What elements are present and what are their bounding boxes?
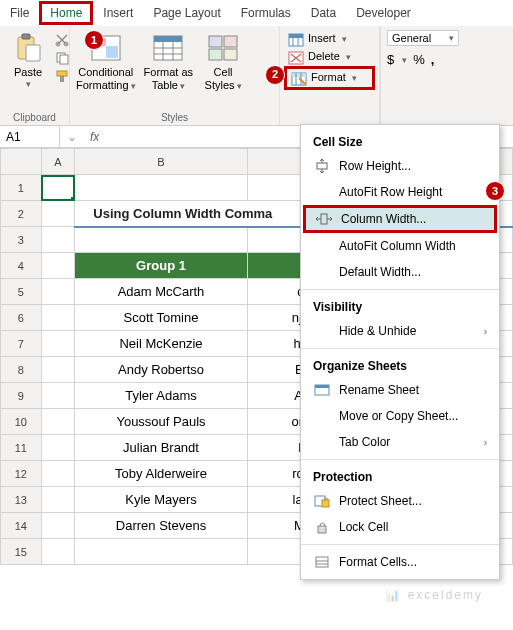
submenu-arrow-icon: ›	[484, 437, 487, 448]
tab-file[interactable]: File	[0, 2, 39, 24]
protect-sheet-icon	[313, 493, 331, 509]
row-header[interactable]: 15	[1, 539, 42, 565]
svg-rect-11	[106, 46, 118, 58]
table-cell[interactable]: Scott Tomine	[75, 305, 247, 331]
cell[interactable]	[41, 357, 75, 383]
header-group1[interactable]: Group 1	[75, 253, 247, 279]
row-height-icon	[313, 158, 331, 174]
cell[interactable]	[41, 253, 75, 279]
dd-label: Column Width...	[341, 212, 426, 226]
row-header[interactable]: 2	[1, 201, 42, 227]
dd-label: Rename Sheet	[339, 383, 419, 397]
cell[interactable]	[41, 227, 75, 253]
tab-insert[interactable]: Insert	[93, 2, 143, 24]
percent-button[interactable]: %	[413, 52, 425, 67]
table-cell[interactable]: Kyle Mayers	[75, 487, 247, 513]
tab-home[interactable]: Home	[39, 1, 93, 25]
table-cell[interactable]: Andy Robertso	[75, 357, 247, 383]
cell[interactable]	[41, 383, 75, 409]
cond-fmt-l2: Formatting	[76, 79, 129, 91]
row-header[interactable]: 10	[1, 409, 42, 435]
cell[interactable]	[41, 539, 75, 565]
cut-icon[interactable]	[54, 32, 70, 48]
dd-label: Tab Color	[339, 435, 390, 449]
dd-lock-cell[interactable]: Lock Cell	[301, 514, 499, 540]
table-cell[interactable]: Adam McCarth	[75, 279, 247, 305]
row-header[interactable]: 7	[1, 331, 42, 357]
col-header-a[interactable]: A	[41, 149, 75, 175]
number-format-select[interactable]: General ▾	[387, 30, 459, 46]
paste-icon	[12, 32, 44, 64]
dd-row-height[interactable]: Row Height...	[301, 153, 499, 179]
name-box[interactable]: A1	[0, 126, 60, 147]
tab-data[interactable]: Data	[301, 2, 346, 24]
dd-hide-unhide[interactable]: Hide & Unhide›	[301, 318, 499, 344]
callout-1: 1	[84, 30, 104, 50]
row-header[interactable]: 6	[1, 305, 42, 331]
cell[interactable]	[41, 461, 75, 487]
comma-button[interactable]: ,	[431, 52, 435, 67]
row-header[interactable]: 5	[1, 279, 42, 305]
row-header[interactable]: 11	[1, 435, 42, 461]
cell-styles-button[interactable]: CellStyles▾	[199, 30, 247, 94]
cell[interactable]	[41, 201, 75, 227]
insert-label: Insert	[308, 32, 336, 45]
copy-icon[interactable]	[54, 50, 70, 66]
dd-autofit-col[interactable]: AutoFit Column Width	[301, 233, 499, 259]
insert-cells-button[interactable]: Insert▾	[284, 30, 375, 48]
row-header[interactable]: 12	[1, 461, 42, 487]
dd-protect-sheet[interactable]: Protect Sheet...	[301, 488, 499, 514]
cell[interactable]	[41, 331, 75, 357]
select-all-corner[interactable]	[1, 149, 42, 175]
tab-developer[interactable]: Developer	[346, 2, 421, 24]
cell[interactable]	[75, 227, 247, 253]
table-cell[interactable]: Youssouf Pauls	[75, 409, 247, 435]
table-cell[interactable]: Tyler Adams	[75, 383, 247, 409]
tab-page-layout[interactable]: Page Layout	[143, 2, 230, 24]
cell[interactable]	[41, 487, 75, 513]
svg-rect-20	[209, 49, 222, 60]
paste-button[interactable]: Paste▾	[4, 30, 52, 92]
format-as-table-button[interactable]: Format asTable▾	[142, 30, 196, 94]
cell[interactable]	[75, 175, 247, 201]
cell[interactable]	[75, 539, 247, 565]
dd-autofit-row[interactable]: AutoFit Row Height 3	[301, 179, 499, 205]
row-header[interactable]: 14	[1, 513, 42, 539]
dd-section-visibility: Visibility	[301, 294, 499, 318]
delete-cells-button[interactable]: Delete▾	[284, 48, 375, 66]
dd-tab-color[interactable]: Tab Color›	[301, 429, 499, 455]
table-cell[interactable]: Darren Stevens	[75, 513, 247, 539]
row-header[interactable]: 8	[1, 357, 42, 383]
dd-format-cells[interactable]: Format Cells...	[301, 549, 499, 575]
row-header[interactable]: 3	[1, 227, 42, 253]
cell[interactable]	[41, 409, 75, 435]
fx-button[interactable]: fx	[84, 130, 105, 144]
format-painter-icon[interactable]	[54, 68, 70, 84]
insert-cells-icon	[288, 31, 304, 47]
table-cell[interactable]: Neil McKenzie	[75, 331, 247, 357]
table-cell[interactable]: Toby Alderweire	[75, 461, 247, 487]
ribbon-tab-bar: File Home Insert Page Layout Formulas Da…	[0, 0, 513, 26]
col-header-b[interactable]: B	[75, 149, 247, 175]
dd-default-width[interactable]: Default Width...	[301, 259, 499, 285]
cell[interactable]	[41, 513, 75, 539]
cell-styles-l1: Cell	[214, 66, 233, 79]
table-cell[interactable]: Julian Brandt	[75, 435, 247, 461]
currency-button[interactable]: $	[387, 52, 394, 67]
svg-rect-1	[22, 34, 30, 39]
row-header[interactable]: 9	[1, 383, 42, 409]
row-header[interactable]: 4	[1, 253, 42, 279]
cell[interactable]	[41, 305, 75, 331]
row-header[interactable]: 13	[1, 487, 42, 513]
format-cells-button[interactable]: Format▾ 2	[284, 66, 375, 90]
dd-rename-sheet[interactable]: Rename Sheet	[301, 377, 499, 403]
dd-column-width[interactable]: Column Width...	[303, 205, 497, 233]
cell-a1[interactable]	[41, 175, 75, 201]
svg-rect-7	[57, 71, 67, 76]
cell[interactable]	[41, 279, 75, 305]
svg-rect-13	[154, 36, 182, 42]
cell[interactable]	[41, 435, 75, 461]
row-header[interactable]: 1	[1, 175, 42, 201]
dd-move-copy[interactable]: Move or Copy Sheet...	[301, 403, 499, 429]
tab-formulas[interactable]: Formulas	[231, 2, 301, 24]
